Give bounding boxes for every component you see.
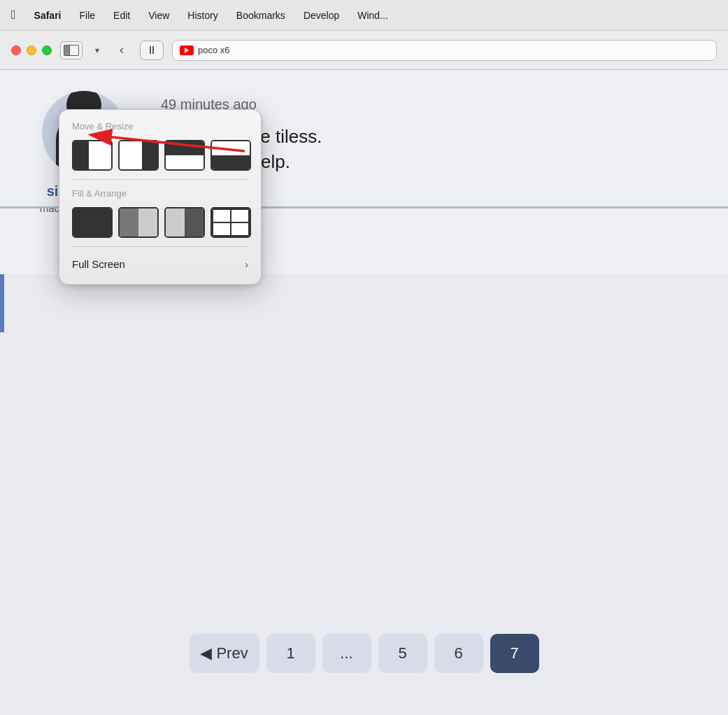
layout-top-half-option[interactable]	[164, 140, 205, 171]
sidebar-toggle-icon	[64, 45, 79, 56]
layout-bottom-half-icon	[212, 141, 250, 169]
fill-arrange-label: Fill & Arrange	[72, 188, 248, 199]
layout-top-half-icon	[166, 141, 204, 169]
layout-left-dark-option[interactable]	[118, 207, 159, 238]
fill-arrange-grid	[72, 207, 248, 238]
popup-divider-2	[72, 246, 248, 247]
close-button[interactable]: ✕	[11, 45, 21, 55]
traffic-lights: ✕ − +	[11, 45, 52, 55]
move-resize-popup: Move & Resize	[59, 109, 262, 285]
bookmarks-menu[interactable]: Bookmarks	[234, 8, 288, 22]
edit-menu[interactable]: Edit	[110, 8, 133, 22]
develop-menu[interactable]: Develop	[301, 8, 342, 22]
page-5-button[interactable]: 5	[378, 634, 427, 673]
prev-page-button[interactable]: ◀ Prev	[190, 634, 259, 673]
view-menu[interactable]: View	[145, 8, 172, 22]
browser-toolbar: ✕ − + ▾ ‹ ⏸ poco x6	[0, 31, 728, 70]
apple-menu[interactable]: 	[8, 6, 19, 24]
layout-fullscreen-option[interactable]	[72, 207, 113, 238]
layout-grid-icon	[212, 208, 250, 236]
content-area: silverdollar macrumors newbie ▾ 49 minut…	[0, 70, 728, 715]
page-7-button[interactable]: 7	[490, 634, 539, 673]
popup-divider-1	[72, 179, 248, 180]
layout-left-sidebar-option[interactable]	[72, 140, 113, 171]
page-6-button[interactable]: 6	[434, 634, 483, 673]
layout-right-sidebar-icon	[120, 141, 157, 169]
page-ellipsis-button[interactable]: ...	[322, 634, 371, 673]
layout-grid-option[interactable]	[210, 207, 251, 238]
layout-right-dark-option[interactable]	[164, 207, 205, 238]
file-menu[interactable]: File	[77, 8, 99, 22]
youtube-favicon	[180, 45, 194, 55]
privacy-shield-button[interactable]: ⏸	[140, 41, 164, 60]
address-text: poco x6	[198, 45, 230, 55]
safari-menu[interactable]: Safari	[31, 8, 64, 22]
move-resize-grid	[72, 140, 248, 171]
history-menu[interactable]: History	[185, 8, 221, 22]
sidebar-chevron-icon[interactable]: ▾	[91, 44, 104, 57]
full-screen-label: Full Screen	[72, 258, 125, 270]
layout-left-sidebar-icon	[73, 141, 111, 169]
layout-left-dark-icon	[120, 208, 157, 236]
pagination: ◀ Prev 1 ... 5 6 7	[190, 634, 539, 673]
full-screen-chevron-icon: ›	[245, 259, 248, 270]
move-resize-label: Move & Resize	[72, 121, 248, 132]
youtube-play-icon	[185, 48, 189, 53]
maximize-button[interactable]: +	[42, 45, 52, 55]
layout-right-dark-icon	[166, 208, 204, 236]
layout-fullscreen-icon	[73, 208, 111, 236]
address-bar[interactable]: poco x6	[172, 40, 717, 61]
full-screen-option[interactable]: Full Screen ›	[72, 255, 248, 273]
back-button[interactable]: ‹	[112, 41, 131, 60]
page-1-button[interactable]: 1	[266, 634, 315, 673]
minimize-button[interactable]: −	[27, 45, 36, 55]
layout-right-sidebar-option[interactable]	[118, 140, 159, 171]
menubar:  Safari File Edit View History Bookmark…	[0, 0, 728, 31]
sidebar-toggle-button[interactable]	[60, 41, 83, 59]
window-menu[interactable]: Wind...	[355, 8, 391, 22]
layout-bottom-half-option[interactable]	[210, 140, 251, 171]
